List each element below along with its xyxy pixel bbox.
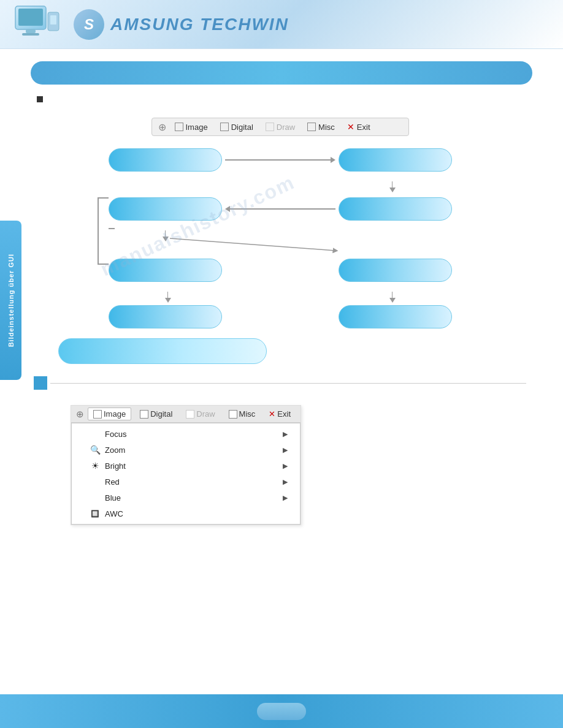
arr-down-left — [165, 292, 171, 303]
flow-pill-2b — [339, 197, 452, 221]
menu-item-bright[interactable]: ☀ Bright ▶ — [72, 458, 300, 474]
toolbar-exit-label: Exit — [357, 123, 370, 132]
menu-red-label: Red — [105, 477, 120, 487]
menu-image-icon — [93, 410, 102, 419]
flow-pill-4b — [339, 305, 452, 328]
flow-pill-3a — [109, 259, 222, 282]
menu-draw-label: Draw — [196, 409, 215, 419]
flow-pill-1b — [339, 148, 452, 172]
toolbar-misc-label: Misc — [318, 123, 335, 132]
flow-row-2 — [109, 197, 452, 221]
digital-icon — [220, 123, 229, 131]
brand-area: S AMSUNG TECHWIN — [74, 9, 289, 40]
bullet-section — [37, 94, 526, 102]
focus-submenu-arrow: ▶ — [283, 430, 288, 438]
bracket-arrow-stem — [109, 228, 115, 229]
blue-banner — [31, 61, 532, 85]
flow-diagram — [109, 148, 452, 328]
menu-image-label: Image — [104, 409, 126, 419]
flow-row-3 — [109, 259, 452, 282]
menu-dropdown: · Focus ▶ 🔍 Zoom ▶ ☀ Bright ▶ · Red ▶ · — [71, 423, 301, 525]
arrow-down-1 — [109, 181, 446, 192]
menu-toolbar-exit[interactable]: ✕ Exit — [264, 408, 296, 420]
toolbar-digital-label: Digital — [231, 123, 253, 132]
flow-arrow-2 — [225, 206, 335, 212]
divider-line — [50, 383, 526, 384]
zoom-icon: 🔍 — [90, 445, 100, 455]
menu-item-awc[interactable]: 🔲 AWC — [72, 506, 300, 521]
menu-exit-icon: ✕ — [269, 409, 275, 419]
left-bracket — [98, 197, 109, 265]
svg-rect-1 — [18, 9, 43, 26]
arr-down-right — [389, 292, 396, 303]
svg-rect-3 — [22, 33, 39, 36]
menu-item-blue[interactable]: · Blue ▶ — [72, 490, 300, 506]
arrows-row-34 — [115, 292, 446, 303]
exit-icon: ✕ — [347, 122, 354, 132]
menu-awc-label: AWC — [105, 509, 123, 518]
toolbar-item-draw[interactable]: Draw — [262, 121, 299, 133]
menu-misc-label: Misc — [239, 409, 256, 419]
menu-toolbar-misc[interactable]: Misc — [224, 408, 261, 420]
camera-icon — [12, 3, 61, 46]
toolbar-item-image[interactable]: Image — [171, 121, 212, 133]
brand-circle: S — [74, 9, 104, 40]
section-divider — [34, 376, 526, 390]
diagonal-arrows — [109, 241, 452, 254]
flow-row-1 — [109, 148, 452, 172]
side-tab-text: Bildeinstellung über GUI — [7, 254, 15, 347]
flow-pill-4a — [109, 305, 222, 328]
menu-focus-label: Focus — [105, 430, 126, 439]
side-tab: Bildeinstellung über GUI — [0, 221, 21, 380]
menu-bright-label: Bright — [105, 461, 126, 471]
menu-item-red[interactable]: · Red ▶ — [72, 474, 300, 490]
misc-icon — [307, 123, 316, 131]
toolbar-item-digital[interactable]: Digital — [216, 121, 257, 133]
menu-digital-icon — [140, 410, 148, 419]
menu-toolbar: ⊕ Image Digital Draw Misc ✕ Exit — [71, 406, 301, 423]
menu-digital-label: Digital — [150, 409, 172, 419]
menu-blue-label: Blue — [105, 493, 121, 502]
menu-screenshot: ⊕ Image Digital Draw Misc ✕ Exit — [71, 405, 301, 525]
cross-arrows-svg — [109, 235, 354, 254]
menu-crosshair-icon: ⊕ — [76, 409, 84, 420]
menu-exit-label: Exit — [277, 409, 291, 419]
header: S AMSUNG TECHWIN — [0, 0, 563, 49]
flow-row-2-container — [109, 197, 452, 282]
flow-pill-2a — [109, 197, 222, 221]
menu-misc-icon — [229, 410, 237, 419]
blue-square-marker — [34, 376, 47, 390]
menu-draw-icon — [186, 410, 194, 419]
menu-toolbar-digital[interactable]: Digital — [135, 408, 177, 420]
flow-pill-3b — [339, 259, 452, 282]
toolbar-item-exit[interactable]: ✕ Exit — [343, 121, 374, 133]
logo-area — [0, 3, 61, 46]
menu-zoom-label: Zoom — [105, 446, 125, 455]
menu-toolbar-draw[interactable]: Draw — [181, 408, 220, 420]
svg-rect-2 — [26, 29, 36, 33]
bright-submenu-arrow: ▶ — [283, 462, 288, 470]
large-pill — [58, 338, 267, 364]
footer — [0, 694, 563, 728]
menu-item-zoom[interactable]: 🔍 Zoom ▶ — [72, 442, 300, 458]
bullet-point — [37, 96, 43, 102]
red-submenu-arrow: ▶ — [283, 478, 288, 486]
blue-submenu-arrow: ▶ — [283, 494, 288, 502]
flow-arrow-1 — [225, 157, 335, 163]
svg-rect-5 — [50, 15, 56, 25]
footer-oval — [257, 703, 306, 720]
bright-icon: ☀ — [90, 461, 100, 471]
menu-toolbar-image[interactable]: Image — [88, 408, 131, 420]
svg-line-6 — [170, 238, 335, 251]
main-content: ⊕ Image Digital Draw Misc ✕ Exit — [0, 112, 563, 544]
zoom-submenu-arrow: ▶ — [283, 446, 288, 454]
toolbar-item-misc[interactable]: Misc — [304, 121, 339, 133]
toolbar-draw-label: Draw — [277, 123, 295, 132]
brand-name: AMSUNG TECHWIN — [110, 15, 289, 34]
crosshair-icon: ⊕ — [158, 121, 166, 133]
flow-row-4 — [109, 305, 452, 328]
draw-icon — [266, 123, 274, 131]
image-icon — [175, 123, 183, 131]
awc-icon: 🔲 — [90, 509, 100, 518]
menu-item-focus[interactable]: · Focus ▶ — [72, 426, 300, 442]
